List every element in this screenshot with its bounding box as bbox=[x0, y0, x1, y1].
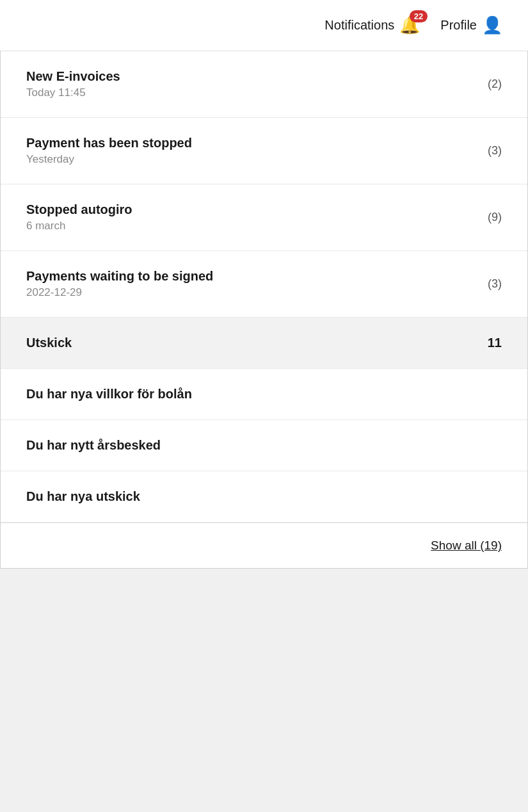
bell-wrapper: 🔔 22 bbox=[399, 15, 420, 35]
notification-count: (3) bbox=[488, 277, 502, 291]
notification-item-payments-waiting[interactable]: Payments waiting to be signed 2022-12-29… bbox=[1, 251, 527, 318]
show-all-button[interactable]: Show all (19) bbox=[431, 539, 502, 553]
notifications-nav[interactable]: Notifications 🔔 22 bbox=[324, 15, 420, 35]
utskick-item-3[interactable]: Du har nya utskick bbox=[1, 471, 527, 523]
notification-date: Today 11:45 bbox=[26, 86, 120, 99]
notification-content: Du har nytt årsbesked bbox=[26, 438, 161, 453]
utskick-count: 11 bbox=[488, 336, 502, 350]
notification-title: New E-invoices bbox=[26, 69, 120, 84]
profile-label: Profile bbox=[440, 18, 477, 33]
notification-title: Du har nytt årsbesked bbox=[26, 438, 161, 453]
notification-count: (9) bbox=[488, 211, 502, 224]
notification-content: New E-invoices Today 11:45 bbox=[26, 69, 120, 99]
notifications-label: Notifications bbox=[324, 18, 394, 33]
notification-title: Payment has been stopped bbox=[26, 136, 192, 150]
notification-badge: 22 bbox=[410, 10, 428, 22]
header: Notifications 🔔 22 Profile 👤 bbox=[0, 0, 528, 51]
utskick-item-1[interactable]: Du har nya villkor för bolån bbox=[1, 369, 527, 420]
notification-item-new-einvoices[interactable]: New E-invoices Today 11:45 (2) bbox=[1, 51, 527, 118]
notification-content: Payment has been stopped Yesterday bbox=[26, 136, 192, 166]
notification-content: Du har nya utskick bbox=[26, 489, 140, 504]
notification-title: Du har nya villkor för bolån bbox=[26, 387, 192, 402]
panel-footer: Show all (19) bbox=[1, 523, 527, 568]
notification-title: Stopped autogiro bbox=[26, 202, 132, 217]
profile-icon: 👤 bbox=[482, 15, 502, 35]
notification-date: Yesterday bbox=[26, 153, 192, 166]
notification-title: Du har nya utskick bbox=[26, 489, 140, 504]
utskick-label: Utskick bbox=[26, 336, 72, 350]
utskick-section-header: Utskick 11 bbox=[1, 318, 527, 369]
notifications-panel: New E-invoices Today 11:45 (2) Payment h… bbox=[0, 51, 528, 569]
notification-count: (3) bbox=[488, 144, 502, 158]
notification-item-payment-stopped[interactable]: Payment has been stopped Yesterday (3) bbox=[1, 118, 527, 184]
utskick-item-2[interactable]: Du har nytt årsbesked bbox=[1, 420, 527, 471]
notification-date: 2022-12-29 bbox=[26, 286, 213, 299]
notification-content: Stopped autogiro 6 march bbox=[26, 202, 132, 232]
profile-nav[interactable]: Profile 👤 bbox=[440, 15, 502, 35]
notification-content: Du har nya villkor för bolån bbox=[26, 387, 192, 402]
notification-title: Payments waiting to be signed bbox=[26, 269, 213, 284]
notification-count: (2) bbox=[488, 77, 502, 91]
notification-date: 6 march bbox=[26, 220, 132, 232]
notification-item-stopped-autogiro[interactable]: Stopped autogiro 6 march (9) bbox=[1, 184, 527, 251]
notification-content: Payments waiting to be signed 2022-12-29 bbox=[26, 269, 213, 299]
